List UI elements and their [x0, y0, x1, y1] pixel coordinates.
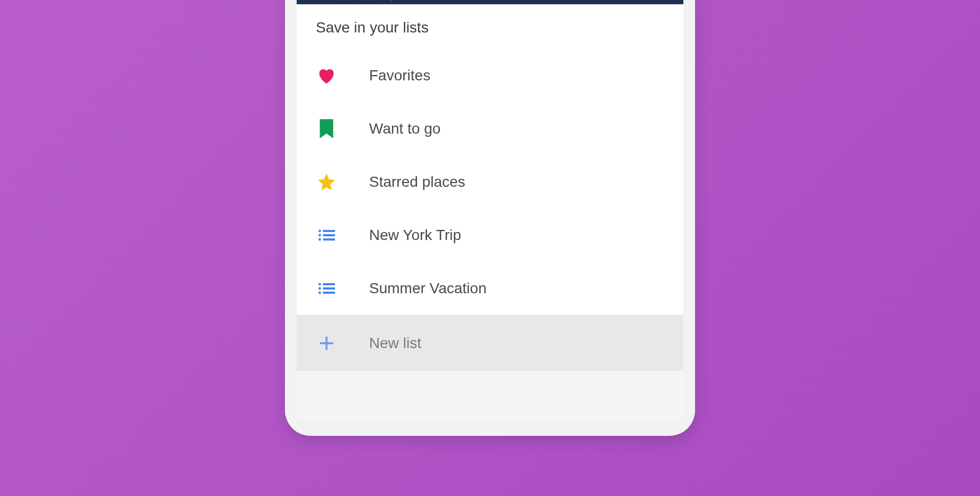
svg-rect-11	[323, 292, 335, 294]
list-label: New York Trip	[369, 227, 461, 244]
svg-rect-7	[323, 283, 335, 285]
rating-value: 4.6	[309, 0, 323, 3]
heart-icon	[316, 65, 337, 86]
header-left: 4.6 ★★★★★ 2,477 reviews	[309, 0, 447, 3]
rating-stars-icon: ★★★★★	[330, 0, 378, 3]
svg-point-6	[318, 283, 321, 286]
list-item-summer-vacation[interactable]: Summer Vacation	[297, 262, 683, 315]
bottom-area	[297, 371, 683, 419]
list-item-new-york-trip[interactable]: New York Trip	[297, 209, 683, 262]
list-item-starred-places[interactable]: Starred places	[297, 155, 683, 209]
sheet-title: Save in your lists	[297, 19, 683, 49]
bookmark-icon	[316, 118, 337, 139]
list-label: Summer Vacation	[369, 280, 486, 297]
list-icon	[316, 225, 337, 246]
svg-rect-13	[320, 342, 333, 344]
new-list-label: New list	[369, 335, 421, 352]
svg-rect-9	[323, 287, 335, 290]
list-label: Starred places	[369, 173, 466, 191]
star-icon	[316, 171, 337, 193]
place-info-header: 4.6 ★★★★★ 2,477 reviews 17 min	[297, 0, 683, 4]
svg-point-4	[318, 238, 321, 241]
list-label: Want to go	[369, 120, 440, 137]
list-item-favorites[interactable]: Favorites	[297, 49, 683, 102]
svg-rect-5	[323, 238, 335, 241]
svg-rect-1	[323, 230, 335, 232]
list-item-want-to-go[interactable]: Want to go	[297, 102, 683, 155]
svg-point-8	[318, 287, 321, 290]
phone-screen: 4.6 ★★★★★ 2,477 reviews 17 min Save in y…	[297, 0, 683, 419]
list-icon	[316, 278, 337, 299]
new-list-button[interactable]: New list	[297, 315, 683, 371]
save-lists-sheet: Save in your lists Favorites Want to go	[297, 4, 683, 371]
list-label: Favorites	[369, 67, 430, 84]
svg-point-2	[318, 234, 321, 237]
phone-frame: 4.6 ★★★★★ 2,477 reviews 17 min Save in y…	[285, 0, 695, 436]
svg-point-10	[318, 292, 321, 294]
plus-icon	[316, 333, 337, 354]
travel-time: 17 min	[640, 0, 671, 3]
svg-rect-3	[323, 234, 335, 236]
svg-point-0	[318, 230, 321, 233]
reviews-count: 2,477 reviews	[384, 0, 446, 3]
